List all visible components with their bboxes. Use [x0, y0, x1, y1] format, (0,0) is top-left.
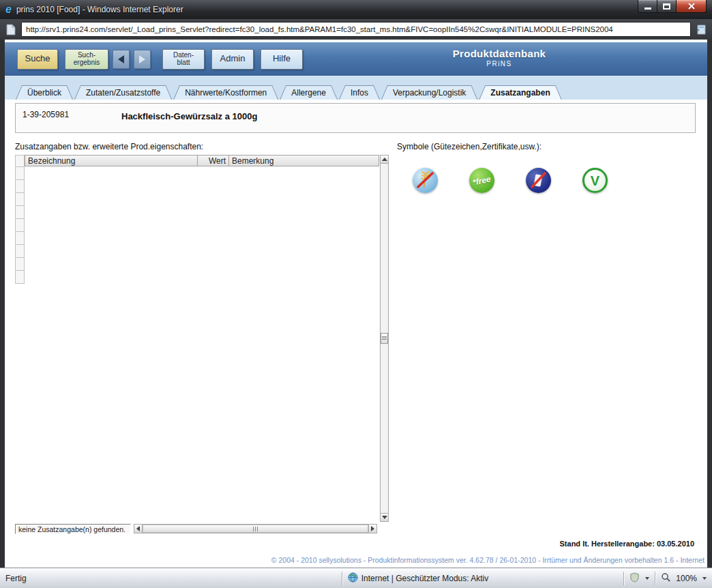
tab-zutaten-zusatzstoffe[interactable]: Zutaten/Zusatzstoffe — [74, 85, 172, 100]
attributes-table-header: Bezeichnung Wert Bemerkung — [25, 155, 379, 166]
arrow-left-icon — [136, 526, 140, 531]
row-stub — [15, 258, 25, 271]
arrow-right-icon — [371, 526, 374, 531]
page-icon — [4, 22, 18, 37]
close-icon — [687, 2, 696, 10]
minimize-icon — [644, 8, 651, 10]
row-stub — [15, 245, 25, 258]
brand-subtitle: PRiNS — [448, 60, 550, 68]
title-bar: e prins 2010 [Food] - Windows Internet E… — [0, 0, 712, 19]
zoom-level: 100% — [676, 574, 697, 583]
maximize-button[interactable] — [657, 0, 676, 13]
zone-text: Internet | Geschützter Modus: Aktiv — [361, 574, 489, 583]
scroll-up-button[interactable] — [381, 156, 388, 164]
status-text: Fertig — [5, 574, 27, 583]
column-header-bezeichnung: Bezeichnung — [25, 155, 198, 166]
arrow-down-icon — [382, 516, 387, 519]
row-stub — [15, 219, 25, 232]
arrow-left-icon — [118, 55, 124, 63]
row-stub — [15, 232, 25, 245]
row-stub — [15, 180, 25, 193]
minimize-button[interactable] — [638, 0, 657, 13]
tab-naehrwerte-kostformen[interactable]: Nährwerte/Kostformen — [173, 85, 278, 100]
chevron-down-icon — [702, 577, 707, 580]
compatibility-view-icon[interactable] — [694, 22, 708, 37]
vertical-scrollbar[interactable] — [380, 155, 389, 522]
statusbar-separator — [623, 572, 624, 585]
symbols-heading: Symbole (Gütezeichen,Zertifikate,usw.): — [397, 142, 542, 151]
attributes-table-body — [25, 166, 380, 522]
tab-verpackung-logistik[interactable]: Verpackung/Logistik — [381, 85, 477, 100]
magnifier-icon — [661, 572, 671, 585]
brand-block: Produktdatenbank PRiNS — [448, 48, 550, 68]
vegetarian-icon: V — [582, 168, 608, 193]
zone-indicator[interactable]: Internet | Geschützter Modus: Aktiv — [348, 572, 489, 585]
suche-button[interactable]: Suche — [17, 49, 58, 70]
row-stub — [15, 271, 25, 284]
address-bar — [0, 19, 712, 40]
internet-explorer-icon[interactable]: e — [5, 4, 12, 15]
zoom-control[interactable]: 100% — [661, 572, 707, 585]
main-content: 1-39-205981 Hackfleisch-Gewürzsalz a 100… — [5, 100, 707, 554]
brand-title: Produktdatenbank — [448, 48, 550, 59]
window-controls — [638, 0, 707, 13]
gluten-free-icon — [413, 168, 438, 193]
statusbar-separator — [655, 572, 655, 585]
nav-back-button[interactable] — [113, 50, 130, 69]
lactose-free-icon: *free — [469, 168, 494, 193]
scroll-left-button[interactable] — [134, 525, 143, 533]
row-stub-column — [15, 155, 25, 284]
attributes-heading: Zusatzangaben bzw. erweiterte Prod.eigen… — [15, 142, 203, 151]
row-stub — [15, 167, 25, 180]
row-stub — [15, 193, 25, 206]
empty-result-message: keine Zusatzangabe(n) gefunden. — [15, 524, 131, 534]
column-header-wert: Wert — [198, 155, 229, 166]
shield-icon — [629, 572, 640, 585]
product-code: 1-39-205981 — [23, 110, 69, 119]
tab-ueberblick[interactable]: Überblick — [16, 85, 73, 100]
arrow-up-icon — [382, 158, 387, 161]
window-title: prins 2010 [Food] - Windows Internet Exp… — [16, 5, 183, 14]
nav-forward-button[interactable] — [134, 50, 151, 69]
crossed-symbol-icon — [526, 168, 551, 193]
scroll-down-button[interactable] — [381, 513, 388, 521]
close-button[interactable] — [676, 0, 707, 13]
maximize-icon — [663, 3, 670, 10]
row-stub — [15, 206, 25, 219]
statusbar-separator — [342, 572, 342, 585]
symbols-row: *free V — [413, 168, 608, 193]
tab-allergene[interactable]: Allergene — [280, 85, 338, 100]
chevron-down-icon — [645, 577, 649, 580]
suchergebnis-button[interactable]: Such- ergebnis — [65, 49, 108, 70]
manufacturer-date-note: Stand lt. Herstellerangabe: 03.05.2010 — [560, 540, 694, 548]
prins-toolbar: Suche Such- ergebnis Daten- blatt Admin … — [5, 42, 707, 76]
globe-icon — [348, 572, 358, 585]
tab-strip: Überblick Zutaten/Zusatzstoffe Nährwerte… — [5, 76, 707, 100]
status-bar: Fertig Internet | Geschützter Modus: Akt… — [0, 568, 712, 588]
page-footer: © 2004 - 2010 sellysolutions - Produktin… — [5, 554, 707, 568]
url-input[interactable] — [21, 22, 691, 37]
vertical-scroll-thumb[interactable] — [381, 333, 388, 344]
tab-infos[interactable]: Infos — [339, 85, 380, 100]
tab-zusatzangaben[interactable]: Zusatzangaben — [479, 85, 561, 100]
column-header-bemerkung: Bemerkung — [229, 155, 379, 166]
datenblatt-button[interactable]: Daten- blatt — [162, 49, 205, 70]
product-header-box: 1-39-205981 Hackfleisch-Gewürzsalz a 100… — [15, 103, 696, 133]
browser-viewport: Suche Such- ergebnis Daten- blatt Admin … — [5, 40, 707, 568]
row-stub — [15, 155, 25, 167]
admin-button[interactable]: Admin — [211, 49, 254, 70]
product-name: Hackfleisch-Gewürzsalz a 1000g — [121, 111, 257, 121]
horizontal-scrollbar[interactable] — [134, 524, 377, 533]
hilfe-button[interactable]: Hilfe — [261, 49, 303, 70]
arrow-right-icon — [139, 55, 145, 63]
security-menu[interactable] — [629, 572, 649, 585]
scroll-right-button[interactable] — [368, 525, 376, 533]
horizontal-scroll-thumb[interactable] — [143, 525, 368, 533]
